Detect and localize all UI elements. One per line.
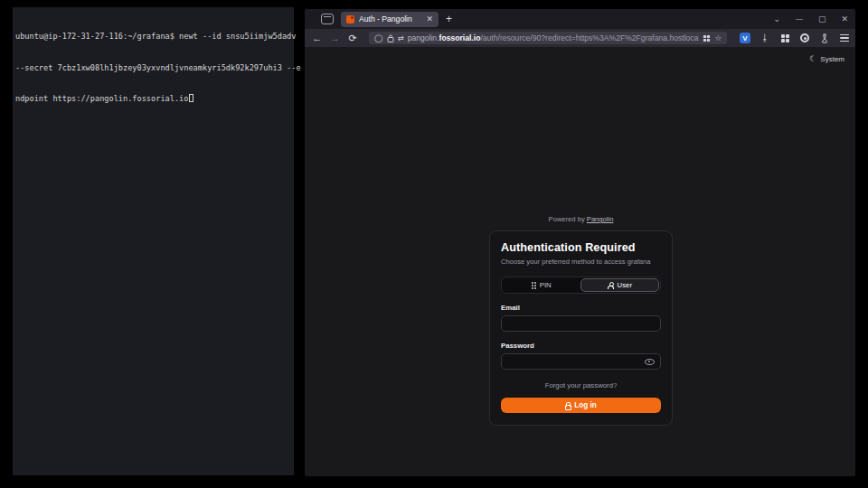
firefox-view-icon[interactable]	[321, 14, 334, 24]
tab-strip: Auth - Pangolin ✕ + ⌄ — ▢ ✕	[305, 9, 855, 29]
tab-title: Auth - Pangolin	[359, 14, 421, 23]
maximize-button[interactable]: ▢	[818, 15, 826, 23]
auth-method-tabs: PIN User	[501, 277, 661, 294]
pangolin-brand-link[interactable]: Pangolin	[587, 215, 614, 223]
desktop: ubuntu@ip-172-31-27-116:~/grafana$ newt …	[0, 0, 868, 488]
close-window-button[interactable]: ✕	[841, 15, 848, 23]
powered-by: Powered by Pangolin	[489, 215, 673, 223]
url-text[interactable]: pangolin.fossorial.io/auth/resource/90?r…	[408, 33, 700, 42]
url-bar[interactable]: ◯ ⇄ pangolin.fossorial.io/auth/resource/…	[369, 32, 727, 44]
page-actions-grid-icon[interactable]	[703, 34, 710, 41]
switch-arrows-icon[interactable]: ⇄	[398, 34, 404, 42]
terminal-line: --secret 7cbz1xw08lh1jbzey03yxvndljvneam…	[15, 63, 291, 74]
tab-pin[interactable]: PIN	[503, 278, 580, 292]
toolbar-extension-icons: V ⭳	[740, 33, 850, 43]
terminal-window[interactable]: ubuntu@ip-172-31-27-116:~/grafana$ newt …	[13, 7, 294, 475]
extensions-grid-icon[interactable]	[779, 33, 790, 43]
email-label: Email	[501, 304, 661, 312]
theme-label: System	[820, 55, 844, 63]
email-field-wrap	[501, 315, 661, 332]
password-field[interactable]	[507, 358, 645, 366]
flask-extension-icon[interactable]	[819, 33, 830, 43]
minimize-button[interactable]: —	[796, 15, 803, 23]
tab-list-chevron-icon[interactable]: ⌄	[773, 15, 780, 23]
browser-window: Auth - Pangolin ✕ + ⌄ — ▢ ✕ ← → ⟳ ◯ ⇄ pa…	[305, 9, 855, 476]
password-label: Password	[501, 342, 661, 350]
email-field[interactable]	[507, 320, 655, 328]
navigation-toolbar: ← → ⟳ ◯ ⇄ pangolin.fossorial.io/auth/res…	[305, 29, 855, 47]
downloads-icon[interactable]: ⭳	[760, 33, 770, 43]
auth-section: Powered by Pangolin Authentication Requi…	[489, 215, 673, 426]
reload-button[interactable]: ⟳	[345, 33, 360, 43]
bookmark-star-icon[interactable]: ☆	[714, 34, 722, 42]
adblock-circle-icon[interactable]	[799, 33, 810, 43]
page-content: ☾ System Powered by Pangolin Authenticat…	[305, 47, 855, 476]
theme-selector[interactable]: ☾ System	[809, 54, 844, 63]
tab-user-label: User	[618, 281, 632, 289]
terminal-line-text: ndpoint https://pangolin.fossorial.io	[15, 94, 188, 103]
forgot-password-link[interactable]: Forgot your password?	[501, 381, 661, 389]
tab-user[interactable]: User	[580, 278, 660, 292]
url-subdomain: pangolin.	[408, 33, 439, 42]
login-lock-icon	[565, 402, 571, 408]
site-favicon-icon	[346, 15, 354, 23]
app-menu-hamburger-icon[interactable]	[839, 33, 850, 43]
extension-icon[interactable]: V	[740, 33, 750, 43]
url-path: /auth/resource/90?redirect=https%3A%2F%2…	[480, 33, 699, 42]
back-button[interactable]: ←	[310, 33, 325, 43]
user-icon	[608, 282, 614, 289]
browser-tab[interactable]: Auth - Pangolin ✕	[341, 12, 439, 27]
show-password-eye-icon[interactable]	[645, 359, 655, 365]
powered-by-text: Powered by	[549, 215, 585, 223]
new-tab-button[interactable]: +	[446, 14, 452, 24]
password-field-wrap	[501, 353, 661, 370]
url-domain: fossorial.io	[439, 33, 481, 42]
card-title: Authentication Required	[501, 241, 661, 254]
forward-button[interactable]: →	[328, 33, 343, 43]
moon-theme-icon: ☾	[809, 54, 816, 63]
terminal-cursor	[189, 94, 193, 102]
tab-close-icon[interactable]: ✕	[426, 15, 433, 23]
login-button[interactable]: Log in	[501, 398, 661, 413]
terminal-line: ubuntu@ip-172-31-27-116:~/grafana$ newt …	[15, 32, 291, 42]
auth-card: Authentication Required Choose your pref…	[489, 230, 673, 426]
tab-pin-label: PIN	[540, 281, 552, 289]
keypad-icon	[532, 282, 536, 289]
window-controls: ⌄ — ▢ ✕	[773, 9, 848, 29]
terminal-line: ndpoint https://pangolin.fossorial.io	[15, 94, 291, 105]
card-subtitle: Choose your preferred method to access g…	[501, 258, 661, 266]
https-lock-icon[interactable]	[387, 34, 394, 42]
tracking-protection-shield-icon[interactable]: ◯	[374, 34, 383, 42]
login-button-label: Log in	[574, 401, 597, 409]
